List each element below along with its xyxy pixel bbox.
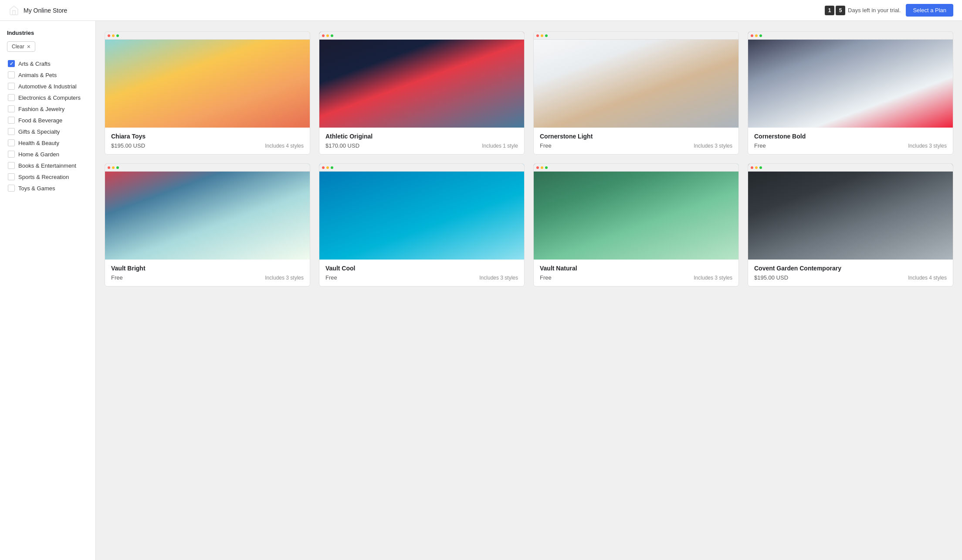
theme-meta: Free Includes 3 styles (540, 142, 732, 149)
filter-item-books-entertainment[interactable]: Books & Entertainment (7, 160, 88, 171)
filter-label-automotive-industrial: Automotive & Industrial (18, 83, 77, 90)
theme-meta: $195.00 USD Includes 4 styles (754, 274, 947, 281)
theme-meta: Free Includes 3 styles (754, 142, 947, 149)
browser-dot-red (751, 166, 753, 169)
select-plan-button[interactable]: Select a Plan (906, 4, 953, 17)
theme-info: Vault Natural Free Includes 3 styles (534, 260, 738, 286)
filter-label-toys-games: Toys & Games (18, 185, 55, 192)
theme-info: Covent Garden Contemporary $195.00 USD I… (748, 260, 953, 286)
thumb-content (534, 172, 738, 260)
theme-price: Free (754, 142, 766, 149)
theme-card[interactable]: Cornerstone Light Free Includes 3 styles (533, 31, 739, 155)
theme-price: Free (540, 274, 552, 281)
theme-name: Athletic Original (325, 133, 518, 140)
filter-item-animals-pets[interactable]: Animals & Pets (7, 69, 88, 81)
filter-item-gifts-specialty[interactable]: Gifts & Specialty (7, 126, 88, 137)
browser-dot-yellow (541, 34, 543, 37)
browser-dot-green (545, 166, 548, 169)
theme-price: $170.00 USD (325, 142, 359, 149)
filter-label-arts-crafts: Arts & Crafts (18, 61, 51, 67)
sidebar-title: Industries (7, 30, 88, 36)
browser-dot-yellow (755, 166, 758, 169)
clear-button[interactable]: Clear × (7, 41, 35, 52)
theme-info: Vault Bright Free Includes 3 styles (105, 260, 310, 286)
trial-text: Days left in your trial. (848, 7, 901, 13)
main-layout: Industries Clear × Arts & CraftsAnimals … (0, 21, 962, 560)
theme-name: Cornerstone Bold (754, 133, 947, 140)
filter-label-fashion-jewelry: Fashion & Jewelry (18, 106, 64, 112)
theme-styles: Includes 3 styles (694, 275, 732, 281)
theme-name: Vault Bright (111, 265, 304, 272)
filter-item-sports-recreation[interactable]: Sports & Recreation (7, 171, 88, 182)
theme-styles: Includes 1 style (482, 143, 518, 149)
theme-name: Vault Natural (540, 265, 732, 272)
theme-name: Cornerstone Light (540, 133, 732, 140)
thumb-content (534, 40, 738, 128)
theme-info: Athletic Original $170.00 USD Includes 1… (319, 128, 524, 154)
browser-dot-yellow (326, 34, 329, 37)
theme-price: Free (325, 274, 337, 281)
theme-price: $195.00 USD (111, 142, 145, 149)
theme-card[interactable]: Chiara Toys $195.00 USD Includes 4 style… (105, 31, 310, 155)
theme-thumbnail (105, 164, 310, 260)
filter-item-fashion-jewelry[interactable]: Fashion & Jewelry (7, 103, 88, 115)
browser-dot-yellow (112, 166, 115, 169)
theme-styles: Includes 4 styles (265, 143, 304, 149)
mini-browser-chrome (748, 32, 953, 40)
theme-info: Chiara Toys $195.00 USD Includes 4 style… (105, 128, 310, 154)
trial-day-1: 1 (825, 6, 834, 15)
mini-browser-chrome (748, 164, 953, 172)
theme-card[interactable]: Cornerstone Bold Free Includes 3 styles (748, 31, 953, 155)
trial-day-2: 5 (836, 6, 845, 15)
theme-styles: Includes 3 styles (265, 275, 304, 281)
browser-dot-green (545, 34, 548, 37)
theme-styles: Includes 3 styles (479, 275, 518, 281)
theme-price: Free (540, 142, 552, 149)
filter-list: Arts & CraftsAnimals & PetsAutomotive & … (7, 58, 88, 194)
theme-styles: Includes 4 styles (908, 275, 947, 281)
filter-label-electronics-computers: Electronics & Computers (18, 94, 81, 101)
theme-card[interactable]: Vault Natural Free Includes 3 styles (533, 163, 739, 287)
filter-item-automotive-industrial[interactable]: Automotive & Industrial (7, 81, 88, 92)
theme-thumbnail (748, 164, 953, 260)
filter-item-electronics-computers[interactable]: Electronics & Computers (7, 92, 88, 103)
store-icon (9, 5, 19, 16)
browser-dot-green (116, 34, 119, 37)
theme-thumbnail (748, 32, 953, 128)
thumb-content (319, 40, 524, 128)
clear-label: Clear (12, 44, 24, 50)
theme-name: Chiara Toys (111, 133, 304, 140)
filter-checkbox-toys-games (8, 185, 15, 192)
theme-thumbnail (319, 32, 524, 128)
themes-grid: Chiara Toys $195.00 USD Includes 4 style… (105, 31, 953, 287)
browser-dot-red (322, 166, 325, 169)
browser-dot-yellow (112, 34, 115, 37)
mini-browser-chrome (319, 32, 524, 40)
filter-label-sports-recreation: Sports & Recreation (18, 174, 69, 180)
filter-item-toys-games[interactable]: Toys & Games (7, 182, 88, 194)
theme-meta: Free Includes 3 styles (325, 274, 518, 281)
mini-browser-chrome (105, 164, 310, 172)
browser-dot-yellow (541, 166, 543, 169)
theme-card[interactable]: Athletic Original $170.00 USD Includes 1… (319, 31, 525, 155)
filter-item-health-beauty[interactable]: Health & Beauty (7, 137, 88, 148)
filter-checkbox-food-beverage (8, 117, 15, 124)
thumb-content (319, 172, 524, 260)
browser-dot-green (759, 166, 762, 169)
mini-browser-chrome (319, 164, 524, 172)
browser-dot-yellow (326, 166, 329, 169)
filter-item-food-beverage[interactable]: Food & Beverage (7, 115, 88, 126)
theme-card[interactable]: Covent Garden Contemporary $195.00 USD I… (748, 163, 953, 287)
store-name: My Online Store (24, 7, 67, 14)
filter-item-home-garden[interactable]: Home & Garden (7, 148, 88, 160)
filter-checkbox-books-entertainment (8, 162, 15, 169)
filter-checkbox-animals-pets (8, 71, 15, 78)
thumb-content (105, 40, 310, 128)
theme-card[interactable]: Vault Bright Free Includes 3 styles (105, 163, 310, 287)
clear-x-icon: × (27, 44, 30, 50)
theme-price: $195.00 USD (754, 274, 788, 281)
theme-thumbnail (534, 164, 738, 260)
header-right: 1 5 Days left in your trial. Select a Pl… (825, 4, 953, 17)
filter-item-arts-crafts[interactable]: Arts & Crafts (7, 58, 88, 69)
theme-card[interactable]: Vault Cool Free Includes 3 styles (319, 163, 525, 287)
